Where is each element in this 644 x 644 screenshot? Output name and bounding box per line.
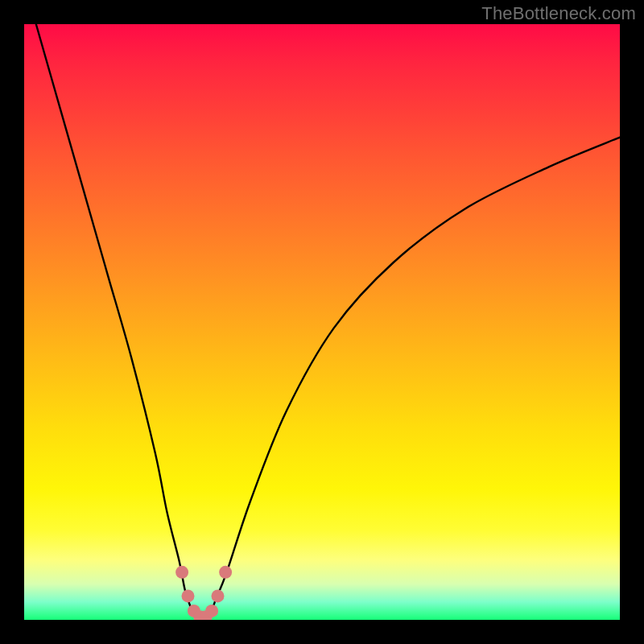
curve-marker-group [175, 566, 232, 620]
curve-marker [175, 566, 188, 579]
curve-marker [205, 605, 218, 617]
curve-marker [219, 566, 232, 579]
curve-marker [212, 589, 225, 602]
curve-marker [182, 589, 195, 602]
chart-frame: TheBottleneck.com [0, 0, 644, 644]
bottleneck-curve-line [36, 24, 620, 620]
plot-area [24, 24, 620, 620]
curve-svg [24, 24, 620, 620]
watermark-text: TheBottleneck.com [481, 3, 636, 24]
